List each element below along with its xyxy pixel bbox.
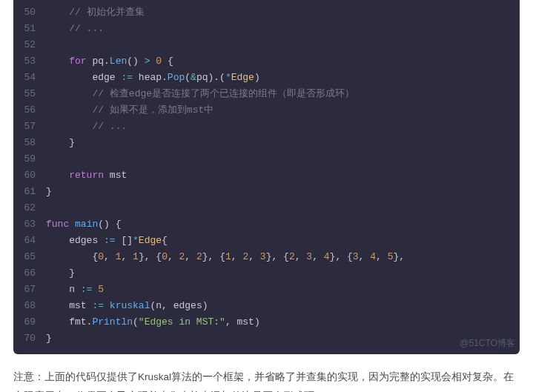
line-content[interactable]: } — [46, 135, 520, 151]
line-content[interactable]: return mst — [46, 167, 520, 184]
code-line[interactable]: 68 mst := kruskal(n, edges) — [13, 298, 520, 314]
line-number: 51 — [13, 21, 46, 37]
line-content[interactable]: for pq.Len() > 0 { — [46, 53, 520, 70]
line-number: 62 — [13, 200, 46, 216]
line-number: 55 — [13, 86, 46, 102]
line-content[interactable]: edge := heap.Pop(&pq).(*Edge) — [46, 70, 520, 86]
code-line[interactable]: 66 } — [13, 265, 520, 282]
code-line[interactable]: 63func main() { — [13, 216, 520, 233]
line-content[interactable]: } — [46, 330, 520, 347]
line-number: 52 — [13, 37, 46, 53]
code-line[interactable]: 52 — [13, 37, 520, 53]
line-number: 68 — [13, 298, 46, 314]
line-number: 65 — [13, 249, 46, 265]
line-content[interactable]: // ... — [46, 119, 520, 135]
line-content[interactable]: {0, 1, 1}, {0, 2, 2}, {1, 2, 3}, {2, 3, … — [46, 249, 520, 265]
line-content[interactable]: // 如果不是，添加到mst中 — [46, 102, 520, 119]
line-content[interactable]: // ... — [46, 21, 520, 37]
line-content[interactable]: // 检查edge是否连接了两个已连接的组件（即是否形成环） — [46, 86, 520, 102]
line-content[interactable]: // 初始化并查集 — [46, 4, 520, 21]
line-content[interactable]: } — [46, 184, 520, 200]
code-line[interactable]: 57 // ... — [13, 119, 520, 135]
line-number: 59 — [13, 151, 46, 167]
line-content[interactable]: edges := []*Edge{ — [46, 233, 520, 249]
line-content[interactable]: func main() { — [46, 216, 520, 233]
line-number: 58 — [13, 135, 46, 151]
line-number: 53 — [13, 53, 46, 70]
code-line[interactable]: 64 edges := []*Edge{ — [13, 233, 520, 249]
code-line[interactable]: 56 // 如果不是，添加到mst中 — [13, 102, 520, 119]
code-line[interactable]: 51 // ... — [13, 21, 520, 37]
code-line[interactable]: 59 — [13, 151, 520, 167]
line-number: 67 — [13, 282, 46, 298]
line-number: 61 — [13, 184, 46, 200]
code-line[interactable]: 53 for pq.Len() > 0 { — [13, 53, 520, 70]
code-line[interactable]: 50 // 初始化并查集 — [13, 4, 520, 21]
code-block: 50 // 初始化并查集51 // ...5253 for pq.Len() >… — [13, 0, 520, 354]
line-number: 66 — [13, 265, 46, 282]
line-number: 63 — [13, 216, 46, 233]
line-content[interactable]: n := 5 — [46, 282, 520, 298]
code-line[interactable]: 61} — [13, 184, 520, 200]
line-number: 50 — [13, 4, 46, 21]
line-number: 64 — [13, 233, 46, 249]
line-content[interactable]: mst := kruskal(n, edges) — [46, 298, 520, 314]
line-content[interactable]: fmt.Println("Edges in MST:", mst) — [46, 314, 520, 330]
line-number: 70 — [13, 330, 46, 347]
code-line[interactable]: 70} — [13, 330, 520, 347]
watermark: @51CTO博客 — [460, 337, 515, 350]
code-line[interactable]: 54 edge := heap.Pop(&pq).(*Edge) — [13, 70, 520, 86]
code-lines[interactable]: 50 // 初始化并查集51 // ...5253 for pq.Len() >… — [13, 4, 520, 347]
code-line[interactable]: 67 n := 5 — [13, 282, 520, 298]
line-number: 69 — [13, 314, 46, 330]
line-content[interactable]: } — [46, 265, 520, 282]
line-number: 57 — [13, 119, 46, 135]
code-line[interactable]: 65 {0, 1, 1}, {0, 2, 2}, {1, 2, 3}, {2, … — [13, 249, 520, 265]
line-number: 60 — [13, 167, 46, 184]
line-number: 54 — [13, 70, 46, 86]
code-line[interactable]: 62 — [13, 200, 520, 216]
code-line[interactable]: 55 // 检查edge是否连接了两个已连接的组件（即是否形成环） — [13, 86, 520, 102]
code-line[interactable]: 60 return mst — [13, 167, 520, 184]
line-number: 56 — [13, 102, 46, 119]
note-paragraph: 注意：上面的代码仅提供了Kruskal算法的一个框架，并省略了并查集的实现，因为… — [13, 368, 520, 392]
code-line[interactable]: 58 } — [13, 135, 520, 151]
code-line[interactable]: 69 fmt.Println("Edges in MST:", mst) — [13, 314, 520, 330]
